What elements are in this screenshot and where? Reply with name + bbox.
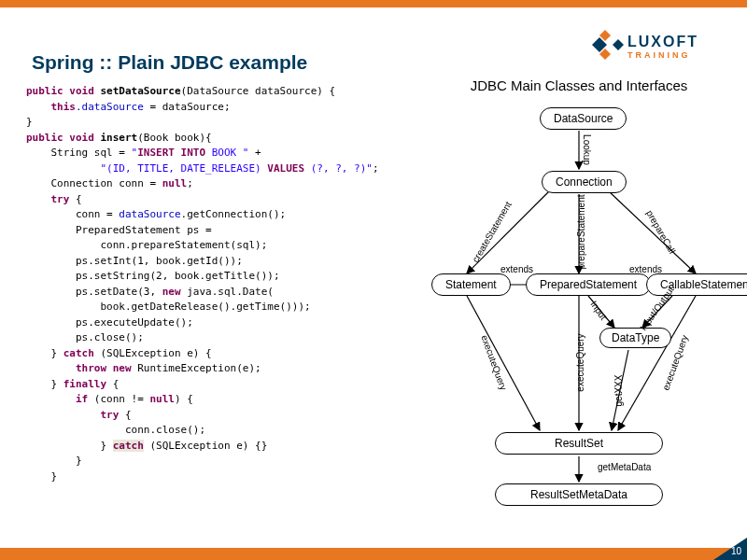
code-block: public void setDataSource(DataSource dat…	[26, 84, 418, 484]
node-datasource: DataSource	[540, 107, 627, 130]
slide-title: Spring :: Plain JDBC example	[32, 51, 307, 74]
node-rsmeta: ResultSetMetaData	[495, 483, 663, 506]
edge-prepstmt: prepareStatement	[576, 194, 586, 269]
svg-line-3	[609, 191, 696, 273]
node-datatype: DataType	[599, 328, 671, 348]
node-statement: Statement	[431, 273, 511, 296]
node-prepared: PreparedStatement	[526, 273, 651, 296]
edge-exec2: executeQuery	[575, 333, 585, 391]
edge-input: Input	[588, 299, 609, 322]
edge-getmeta: getMetaData	[598, 462, 651, 472]
edge-extends2: extends	[629, 264, 662, 274]
logo-main-text: LUXOFT	[627, 34, 698, 49]
edge-exec1: executeQuery	[479, 333, 509, 391]
edge-prepcall: prepareCall	[644, 208, 677, 255]
edge-lookup: Lookup	[582, 134, 592, 165]
luxoft-logo: LUXOFT TRAINING	[588, 19, 719, 70]
node-resultset: ResultSet	[495, 432, 663, 455]
edge-createstmt: createStatement	[471, 200, 514, 264]
svg-line-6	[467, 296, 540, 430]
page-number: 10	[731, 546, 741, 556]
bottom-accent-bar	[0, 547, 747, 560]
node-connection: Connection	[542, 171, 627, 193]
jdbc-diagram: JDBC Main Classes and Interfaces DataSou…	[430, 77, 728, 535]
logo-sub-text: TRAINING	[627, 50, 691, 60]
edge-getxxx: getXXX	[613, 375, 624, 407]
edge-extends1: extends	[500, 264, 533, 274]
top-accent-bar	[0, 0, 747, 7]
diagram-title: JDBC Main Classes and Interfaces	[471, 77, 688, 93]
